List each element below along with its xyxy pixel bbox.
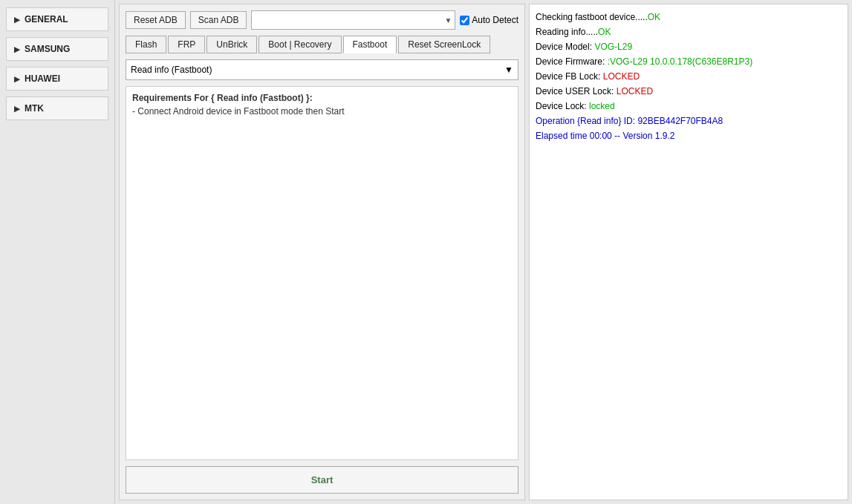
sidebar-item-label: GENERAL [25,14,68,24]
log-text: locked [589,101,615,111]
start-button[interactable]: Start [126,466,518,494]
sidebar: ▶GENERAL▶SAMSUNG▶HUAWEI▶MTK [0,0,115,504]
sidebar-arrow-icon: ▶ [14,105,20,113]
operation-arrow-icon: ▼ [504,65,513,75]
operation-row: Read info (Fastboot) ▼ [126,59,518,80]
sidebar-item-samsung[interactable]: ▶SAMSUNG [6,37,108,61]
log-line: Device USER Lock: LOCKED [536,85,842,98]
log-line: Checking fastboot device.....OK [536,10,842,24]
tabs-container: FlashFRPUnBrickBoot | RecoveryFastbootRe… [126,36,518,53]
log-text: Reading info..... [536,27,598,37]
tab-flash[interactable]: Flash [126,36,166,53]
tab-unbrick[interactable]: UnBrick [207,36,257,53]
log-text: Device Firmware: [536,56,608,67]
log-text: LOCKED [617,86,653,96]
log-text: LOCKED [603,71,640,82]
sidebar-item-general[interactable]: ▶GENERAL [6,7,108,31]
sidebar-item-label: MTK [25,103,44,114]
log-text: OK [648,12,660,22]
reset-adb-button[interactable]: Reset ADB [126,11,186,29]
scan-adb-button[interactable]: Scan ADB [190,11,247,29]
log-text: Device FB Lock: [536,71,603,82]
log-line: Device Model: VOG-L29 [536,40,842,53]
tab-fastboot[interactable]: Fastboot [343,36,397,53]
auto-detect-label[interactable]: Auto Detect [460,15,518,25]
top-bar: Reset ADB Scan ADB ▼ Auto Detect [126,10,518,30]
log-text: Operation {Read info} ID: 92BEB442F70FB4… [536,116,723,126]
log-text: :VOG-L29 10.0.0.178(C636E8R1P3) [608,56,752,67]
log-text: Checking fastboot device..... [536,12,648,22]
dropdown-arrow-icon: ▼ [444,16,452,24]
log-line: Elapsed time 00:00 -- Version 1.9.2 [536,129,842,143]
auto-detect-text: Auto Detect [472,15,518,25]
log-text: OK [598,27,611,37]
sidebar-arrow-icon: ▶ [14,16,20,24]
sidebar-item-label: SAMSUNG [25,44,70,54]
log-text: Device Model: [536,42,594,52]
log-line: Device Lock: locked [536,99,842,113]
sidebar-item-label: HUAWEI [25,73,60,84]
sidebar-arrow-icon: ▶ [14,45,20,53]
info-box: Requirements For { Read info (Fastboot) … [126,86,518,460]
tab-boot-recovery[interactable]: Boot | Recovery [258,36,341,53]
info-line1: - Connect Android device in Fastboot mod… [132,106,512,117]
log-line: Reading info.....OK [536,25,842,39]
auto-detect-checkbox[interactable] [460,16,469,25]
log-line: Operation {Read info} ID: 92BEB442F70FB4… [536,114,842,128]
log-text: VOG-L29 [594,42,632,52]
operation-value: Read info (Fastboot) [131,65,212,75]
tab-reset-screenlock[interactable]: Reset ScreenLock [398,36,490,53]
tab-frp[interactable]: FRP [168,36,205,53]
info-title: Requirements For { Read info (Fastboot) … [132,93,512,103]
log-text: Device USER Lock: [536,86,617,96]
sidebar-item-huawei[interactable]: ▶HUAWEI [6,67,108,91]
log-line: Device Firmware: :VOG-L29 10.0.0.178(C63… [536,55,842,68]
main-content: Reset ADB Scan ADB ▼ Auto Detect FlashFR… [119,4,525,500]
log-text: Device Lock: [536,101,589,111]
device-dropdown[interactable]: ▼ [251,10,455,30]
sidebar-item-mtk[interactable]: ▶MTK [6,96,108,120]
log-line: Device FB Lock: LOCKED [536,70,842,83]
operation-select[interactable]: Read info (Fastboot) ▼ [126,59,518,80]
log-text: Elapsed time 00:00 -- Version 1.9.2 [536,131,674,141]
sidebar-arrow-icon: ▶ [14,75,20,83]
log-panel: Checking fastboot device.....OKReading i… [529,4,848,500]
